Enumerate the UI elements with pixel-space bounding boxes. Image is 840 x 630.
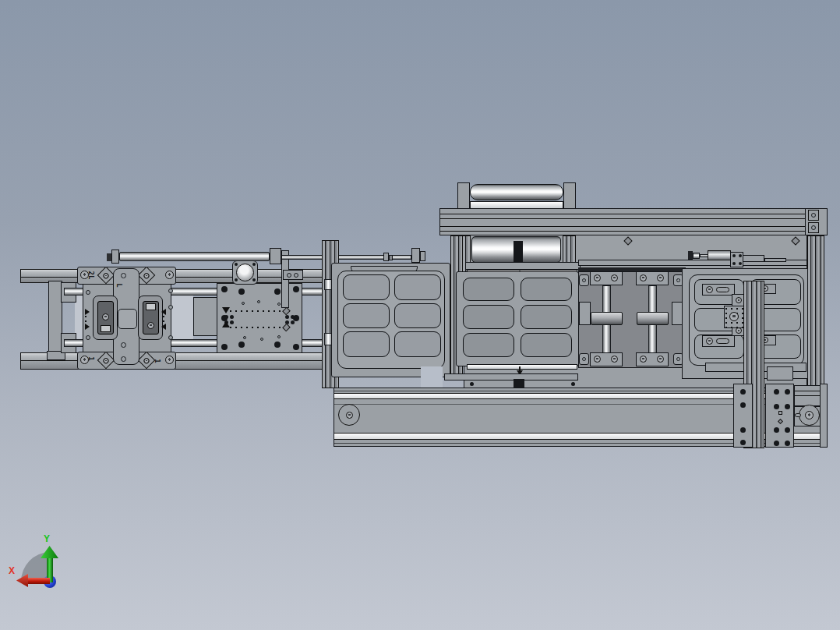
rail-end-bar — [820, 384, 828, 448]
carriage-screw — [165, 271, 174, 279]
clip-hole — [676, 357, 680, 361]
stray-hole — [277, 335, 281, 338]
block-screw — [594, 356, 601, 363]
clip-hole — [582, 278, 586, 282]
datum-triangle — [222, 307, 230, 313]
block-screw — [640, 356, 647, 363]
strap-hole — [121, 342, 126, 348]
datum-triangle — [222, 321, 230, 327]
pin-dot — [224, 315, 228, 319]
mount-clip — [579, 353, 589, 365]
stray-hole — [277, 303, 281, 306]
block-screw — [640, 274, 647, 281]
nut-bore — [811, 225, 816, 230]
upper-roller[interactable] — [470, 184, 563, 200]
block-screw — [594, 274, 601, 281]
idler-bracket-top — [794, 385, 822, 406]
bracket-slot — [716, 287, 729, 292]
tray-pocket — [394, 303, 441, 328]
carrier-screw — [740, 389, 746, 395]
mount-dot — [739, 254, 742, 257]
strap-hole — [121, 356, 126, 362]
plate-screw — [293, 286, 299, 292]
carrier-screw — [740, 427, 746, 433]
flange-screw — [235, 278, 238, 281]
engraved-mark-2l: 2L — [83, 270, 94, 281]
pin-dot — [291, 320, 295, 324]
nut-bore — [811, 213, 816, 218]
coupler-bore — [729, 312, 739, 321]
pin-hole-row — [229, 325, 290, 331]
rod-end-cap — [111, 250, 119, 264]
bracket-slot — [716, 338, 729, 344]
roller-belt-slot — [514, 241, 523, 263]
side-mark-dots — [162, 314, 168, 324]
pocket-tab — [101, 325, 111, 332]
gap-panel — [421, 366, 443, 388]
mount-dot — [732, 262, 736, 265]
flange-screw — [252, 278, 256, 281]
bracket-screw — [706, 286, 713, 293]
plate-screw — [221, 344, 228, 350]
engraved-mark-1: 1 — [153, 357, 161, 365]
tray-pocket — [463, 333, 514, 357]
plate-screw — [274, 342, 281, 348]
rod-coupling — [270, 248, 281, 264]
extrusion-nut-profile — [808, 210, 819, 221]
bracket-screw — [706, 338, 713, 345]
boss-screw — [102, 272, 110, 280]
rod-end-fitting-cap — [420, 251, 425, 261]
bearing-ball — [236, 264, 254, 281]
carrier-screw — [785, 441, 790, 446]
clip-hole — [582, 357, 586, 361]
plate-screw — [293, 344, 299, 350]
boss-screw — [143, 357, 150, 365]
carrier-screw — [740, 440, 746, 445]
side-mark-dots — [84, 314, 90, 324]
engraved-mark-l: L — [115, 282, 122, 288]
rod-bracket-base — [283, 270, 303, 280]
rail-end-screw — [346, 412, 353, 419]
edge-screw — [168, 335, 173, 340]
mount-dot — [739, 262, 742, 265]
x-axis-label: X — [9, 566, 15, 575]
engraved-mark-1: 1 — [85, 355, 94, 363]
flange-screw — [235, 263, 238, 266]
support-foot-screw — [571, 382, 575, 386]
plate-screw — [238, 288, 245, 295]
piston-rod-main[interactable] — [119, 252, 270, 261]
belt-highlight-bottom — [467, 364, 577, 370]
support-foot-screw — [470, 382, 474, 386]
block-screw — [657, 274, 664, 281]
carrier-screw — [774, 389, 779, 395]
edge-screw — [168, 305, 173, 310]
pin-hole-row — [229, 309, 290, 314]
cylinder-collar — [591, 312, 623, 325]
boss-screw — [102, 357, 110, 365]
side-mark-triangle — [161, 324, 166, 330]
tray-pocket — [521, 278, 572, 301]
fixture-bottom-bracket — [767, 366, 793, 380]
clip-hole — [676, 278, 680, 282]
gantry-beam[interactable] — [439, 208, 806, 235]
block-screw — [611, 356, 618, 363]
cad-viewport[interactable]: 2L 1 1 L — [0, 0, 840, 630]
mount-dot — [732, 254, 736, 257]
tray-pocket — [463, 278, 514, 301]
bracket-hole — [294, 273, 298, 278]
recess-block — [193, 297, 218, 336]
plate-screw — [238, 342, 245, 348]
backplate-side-block — [579, 302, 591, 325]
mini-cylinder-tip — [693, 253, 700, 259]
carrier-screw — [785, 427, 790, 433]
edge-screw — [86, 335, 90, 340]
tray-pocket — [463, 305, 514, 329]
bracket-screw — [736, 297, 742, 303]
strap-hole — [121, 273, 126, 278]
mini-cylinder-body[interactable] — [708, 250, 731, 260]
right-vertical-extrusion[interactable] — [807, 235, 824, 390]
carrier-square-hole — [778, 411, 782, 415]
tray-pocket — [343, 331, 390, 357]
bracket-screw — [736, 327, 742, 334]
bracket-hole — [287, 273, 291, 278]
